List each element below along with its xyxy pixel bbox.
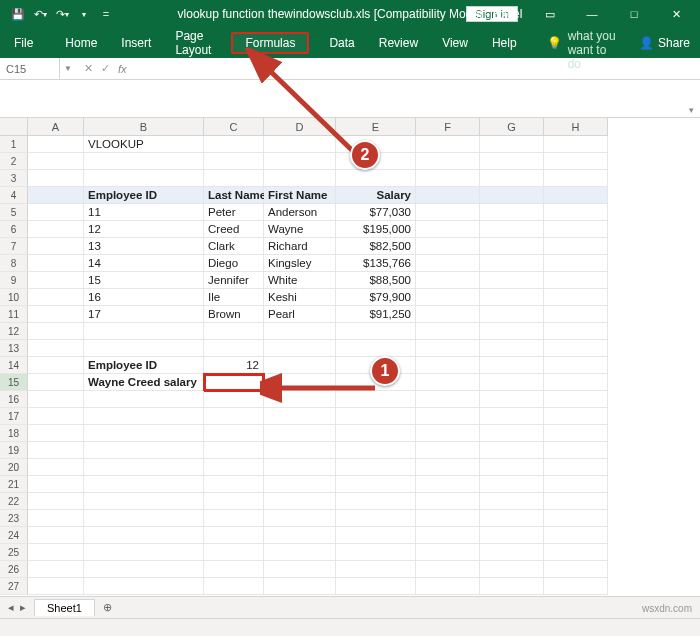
cell[interactable] — [28, 136, 84, 153]
cell[interactable] — [28, 442, 84, 459]
cell[interactable] — [416, 408, 480, 425]
cell[interactable] — [480, 204, 544, 221]
cell[interactable] — [28, 374, 84, 391]
cell[interactable] — [336, 493, 416, 510]
tab-review[interactable]: Review — [375, 32, 422, 54]
cell[interactable] — [480, 544, 544, 561]
cell[interactable] — [544, 425, 608, 442]
cell[interactable] — [28, 255, 84, 272]
cell[interactable] — [336, 510, 416, 527]
row-header[interactable]: 14 — [0, 357, 28, 374]
sheet-nav[interactable]: ◂▸ — [0, 601, 34, 614]
cell[interactable] — [28, 391, 84, 408]
cell[interactable] — [336, 476, 416, 493]
cell[interactable] — [264, 357, 336, 374]
cell[interactable] — [28, 493, 84, 510]
cell[interactable] — [28, 204, 84, 221]
cell[interactable] — [264, 527, 336, 544]
cell[interactable] — [416, 527, 480, 544]
cell[interactable]: Employee ID — [84, 187, 204, 204]
cell[interactable] — [84, 476, 204, 493]
cell[interactable] — [264, 510, 336, 527]
tab-home[interactable]: Home — [61, 32, 101, 54]
row-header[interactable]: 13 — [0, 340, 28, 357]
cell[interactable] — [544, 459, 608, 476]
row-header[interactable]: 5 — [0, 204, 28, 221]
cell[interactable] — [84, 442, 204, 459]
cell[interactable]: Jennifer — [204, 272, 264, 289]
row-header[interactable]: 8 — [0, 255, 28, 272]
cell[interactable] — [416, 255, 480, 272]
cell[interactable]: 13 — [84, 238, 204, 255]
ribbon-options-icon[interactable]: ▭ — [530, 0, 570, 28]
cell[interactable] — [544, 476, 608, 493]
cell[interactable]: Peter — [204, 204, 264, 221]
tab-formulas[interactable]: Formulas — [231, 32, 309, 54]
cell[interactable] — [480, 221, 544, 238]
row-header[interactable]: 23 — [0, 510, 28, 527]
cell[interactable]: First Name — [264, 187, 336, 204]
cell[interactable] — [480, 425, 544, 442]
cell[interactable] — [84, 408, 204, 425]
cell[interactable] — [416, 425, 480, 442]
cell[interactable] — [28, 221, 84, 238]
cell[interactable] — [416, 544, 480, 561]
cell[interactable] — [84, 544, 204, 561]
cell[interactable]: Kingsley — [264, 255, 336, 272]
cell[interactable] — [28, 544, 84, 561]
cell[interactable]: White — [264, 272, 336, 289]
tab-data[interactable]: Data — [325, 32, 358, 54]
row-header[interactable]: 7 — [0, 238, 28, 255]
cell[interactable] — [416, 476, 480, 493]
cell[interactable] — [416, 136, 480, 153]
cell[interactable] — [28, 323, 84, 340]
cell[interactable] — [28, 170, 84, 187]
cell[interactable] — [336, 527, 416, 544]
cell[interactable]: VLOOKUP — [84, 136, 204, 153]
cell[interactable] — [480, 323, 544, 340]
formula-bar-input[interactable] — [134, 58, 700, 79]
row-header[interactable]: 12 — [0, 323, 28, 340]
cell[interactable]: Clark — [204, 238, 264, 255]
row-header[interactable]: 1 — [0, 136, 28, 153]
cell[interactable]: Last Name — [204, 187, 264, 204]
cell[interactable] — [544, 357, 608, 374]
cell[interactable]: 14 — [84, 255, 204, 272]
row-header[interactable]: 9 — [0, 272, 28, 289]
cell[interactable] — [480, 510, 544, 527]
cell[interactable] — [264, 476, 336, 493]
add-sheet-button[interactable]: ⊕ — [95, 601, 120, 614]
cell[interactable] — [84, 561, 204, 578]
cell[interactable] — [480, 408, 544, 425]
cell[interactable] — [28, 459, 84, 476]
redo-icon[interactable]: ↷▾ — [54, 6, 70, 22]
cell[interactable] — [480, 442, 544, 459]
cell[interactable] — [84, 578, 204, 595]
undo-icon[interactable]: ↶▾ — [32, 6, 48, 22]
cell[interactable] — [416, 340, 480, 357]
cell[interactable]: Keshi — [264, 289, 336, 306]
cell[interactable]: 11 — [84, 204, 204, 221]
row-header[interactable]: 25 — [0, 544, 28, 561]
cell[interactable] — [480, 476, 544, 493]
cell[interactable] — [204, 425, 264, 442]
cell[interactable] — [544, 255, 608, 272]
cell[interactable] — [480, 306, 544, 323]
cell[interactable] — [544, 323, 608, 340]
cell[interactable] — [416, 238, 480, 255]
cell[interactable] — [336, 323, 416, 340]
cell[interactable] — [336, 340, 416, 357]
cell[interactable] — [544, 510, 608, 527]
cell[interactable] — [480, 255, 544, 272]
cell[interactable] — [28, 357, 84, 374]
cell[interactable] — [28, 510, 84, 527]
cell[interactable] — [480, 578, 544, 595]
cell[interactable] — [480, 340, 544, 357]
qat-customize-icon[interactable]: ▾ — [76, 6, 92, 22]
cell[interactable]: Employee ID — [84, 357, 204, 374]
cell[interactable]: 17 — [84, 306, 204, 323]
cell[interactable] — [544, 170, 608, 187]
cell[interactable] — [28, 561, 84, 578]
cell[interactable] — [480, 153, 544, 170]
cell[interactable] — [416, 578, 480, 595]
